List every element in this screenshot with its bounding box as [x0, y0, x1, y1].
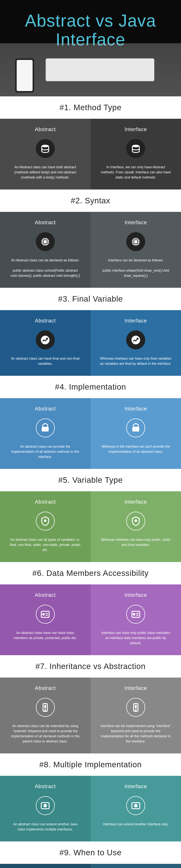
- abstract-col-8: Abstract An abstract class can extend an…: [0, 776, 90, 841]
- interface-col-7: Interface Interface can be implemented u…: [90, 678, 181, 753]
- section-1-icon: [126, 139, 145, 158]
- interface-col-3: Interface Whereas interface can have onl…: [90, 310, 181, 376]
- compare-row-6: Abstract An abstract class have can have…: [0, 584, 181, 655]
- interface-desc-7: Interface can be implemented using "inte…: [100, 723, 172, 744]
- section-2-icon: [36, 232, 55, 251]
- section-title-8: #8. Multiple Implementation: [0, 753, 181, 776]
- svg-point-0: [42, 145, 49, 147]
- abstract-col-5: Abstract An abstract class can all types…: [0, 491, 90, 562]
- section-title-4: #4. Implementation: [0, 376, 181, 398]
- interface-desc-1: In Interface, we can only have Abstract …: [100, 165, 172, 180]
- section-8-icon: [36, 796, 55, 815]
- interface-desc-3: Whereas interface can have only final va…: [100, 356, 172, 366]
- keyboard-mock: [46, 58, 154, 81]
- svg-point-35: [135, 429, 137, 430]
- section-6-icon: [126, 605, 145, 624]
- svg-point-48: [45, 709, 46, 710]
- abstract-desc-3: An abstract class can have final and non…: [9, 356, 81, 366]
- abstract-col-2: Abstract An Abstract class can be declar…: [0, 212, 90, 288]
- section-title-7: #7. Inheritance vs Abstraction: [0, 655, 181, 678]
- section-2-icon: [126, 232, 145, 251]
- interface-label: Interface: [96, 219, 176, 225]
- section-title-2: #2. Syntax: [0, 189, 181, 212]
- interface-desc-8: Interface can extend another interface o…: [100, 822, 172, 827]
- interface-label: Interface: [96, 592, 176, 598]
- abstract-desc-4: An abstract class can provide the implem…: [9, 444, 81, 459]
- interface-col-2: Interface Interface can be declared as f…: [90, 212, 181, 288]
- interface-label: Interface: [96, 126, 176, 132]
- abstract-desc-6: An abstract class have can have class me…: [9, 630, 81, 641]
- compare-row-7: Abstract An abstract class can be extend…: [0, 678, 181, 753]
- svg-point-33: [44, 429, 46, 430]
- interface-label: Interface: [96, 406, 176, 412]
- section-title-3: #3. Final Variable: [0, 288, 181, 310]
- abstract-label: Abstract: [6, 685, 85, 691]
- svg-point-1: [132, 145, 139, 147]
- interface-label: Interface: [96, 499, 176, 505]
- section-3-icon: [36, 331, 55, 349]
- abstract-col-6: Abstract An abstract class have can have…: [0, 584, 90, 655]
- svg-point-43: [133, 613, 135, 615]
- svg-point-30: [41, 336, 50, 344]
- abstract-desc-1: An Abstract class can have both abstract…: [9, 165, 81, 180]
- abstract-col-4: Abstract An abstract class can provide t…: [0, 398, 90, 469]
- abstract-label: Abstract: [6, 126, 85, 132]
- section-title-5: #5. Variable Type: [0, 469, 181, 491]
- svg-rect-50: [135, 705, 137, 708]
- interface-label: Interface: [96, 318, 176, 324]
- compare-row-1: Abstract An Abstract class can have both…: [0, 119, 181, 189]
- svg-rect-47: [44, 705, 46, 708]
- compare-row-2: Abstract An Abstract class can be declar…: [0, 212, 181, 288]
- section-6-icon: [36, 605, 55, 624]
- section-1-icon: [36, 139, 55, 158]
- interface-label: Interface: [96, 685, 176, 691]
- section-4-icon: [36, 418, 55, 437]
- abstract-label: Abstract: [6, 318, 85, 324]
- abstract-label: Abstract: [6, 783, 85, 789]
- section-3-icon: [126, 331, 145, 349]
- section-7-icon: [36, 698, 55, 717]
- interface-desc-2: Interface can be declared as follows:pub…: [100, 258, 172, 278]
- abstract-desc-5: An abstract class can all types of varia…: [9, 537, 81, 553]
- abstract-desc-8: An abstract class can extend another Jav…: [9, 822, 81, 832]
- section-7-icon: [126, 698, 145, 717]
- abstract-desc-7: An abstract class can be extended by usi…: [9, 723, 81, 744]
- abstract-label: Abstract: [6, 406, 85, 412]
- svg-point-36: [44, 520, 46, 522]
- section-8-icon: [126, 796, 145, 815]
- svg-point-57: [135, 805, 136, 806]
- abstract-label: Abstract: [6, 499, 85, 505]
- interface-col-6: Interface Interface can have only public…: [90, 584, 181, 655]
- abstract-label: Abstract: [6, 219, 85, 225]
- compare-row-9: Abstract An abstract class need to use w…: [0, 864, 181, 868]
- abstract-col-9: Abstract An abstract class need to use w…: [0, 864, 90, 868]
- header-image: [0, 43, 181, 96]
- section-5-icon: [36, 512, 55, 531]
- infographic-container: Abstract vs Java Interface #1. Method Ty…: [0, 0, 181, 868]
- abstract-col-7: Abstract An abstract class can be extend…: [0, 678, 90, 753]
- interface-col-9: Interface An Interface can be used when …: [90, 864, 181, 868]
- section-title-1: #1. Method Type: [0, 96, 181, 119]
- compare-row-8: Abstract An abstract class can extend an…: [0, 776, 181, 841]
- svg-point-39: [43, 613, 44, 615]
- compare-row-5: Abstract An abstract class can all types…: [0, 491, 181, 562]
- phone-mock: [15, 58, 34, 93]
- interface-desc-6: Interface can have only public class mem…: [100, 630, 172, 646]
- section-4-icon: [126, 418, 145, 437]
- abstract-label: Abstract: [6, 592, 85, 598]
- compare-row-4: Abstract An abstract class can provide t…: [0, 398, 181, 469]
- svg-rect-17: [134, 240, 137, 243]
- abstract-desc-2: An Abstract class can be declared as fol…: [9, 258, 81, 278]
- interface-col-5: Interface Whereas interface can have onl…: [90, 491, 181, 562]
- interface-desc-4: Whereas in the interface we can't provid…: [100, 444, 172, 454]
- interface-col-8: Interface Interface can extend another i…: [90, 776, 181, 841]
- section-5-icon: [126, 512, 145, 531]
- section-title-6: #6. Data Members Accessibility: [0, 562, 181, 584]
- interface-col-1: Interface In Interface, we can only have…: [90, 119, 181, 189]
- svg-point-54: [45, 805, 46, 806]
- compare-row-3: Abstract An abstract class can have fina…: [0, 310, 181, 376]
- svg-point-37: [135, 520, 137, 522]
- interface-label: Interface: [96, 783, 176, 789]
- svg-rect-3: [44, 240, 47, 243]
- interface-desc-5: Whereas interface can have only public, …: [100, 537, 172, 548]
